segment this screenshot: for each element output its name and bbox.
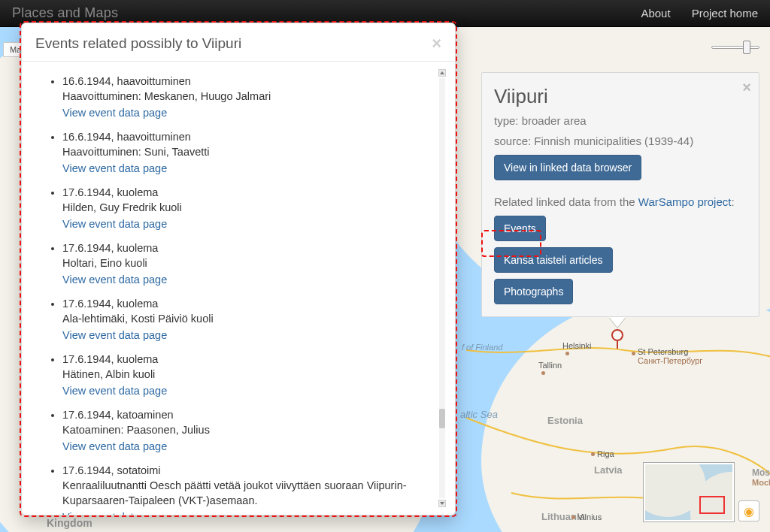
overview-minimap[interactable] (644, 463, 734, 521)
view-event-data-link[interactable]: View event data page (62, 216, 167, 231)
view-event-data-link[interactable]: View event data page (62, 272, 167, 287)
event-heading: 16.6.1944, haavoittuminen (62, 129, 429, 144)
event-item: 17.6.1944, sotatoimiKenraaliluutnantti O… (62, 463, 429, 515)
event-item: 17.6.1944, kuolemaHätinen, Albin kuoliVi… (62, 352, 429, 398)
photographs-button[interactable]: Photographs (494, 279, 573, 304)
modal-scrollbar[interactable] (438, 69, 446, 507)
streetview-pegman-button[interactable]: ◉ (738, 500, 759, 521)
close-icon[interactable]: × (742, 79, 751, 96)
view-event-data-link[interactable]: View event data page (62, 105, 167, 120)
event-heading: 17.6.1944, kuolema (62, 185, 429, 200)
event-heading: 16.6.1944, haavoittuminen (62, 74, 429, 89)
event-description: Hätinen, Albin kuoli (62, 367, 429, 382)
scroll-down-icon[interactable] (438, 500, 446, 507)
minimap-viewport-icon (699, 496, 725, 514)
place-title: Viipuri (494, 85, 747, 108)
modal-body: 16.6.1944, haavoittuminenHaavoittuminen:… (22, 62, 455, 515)
event-item: 17.6.1944, kuolemaAla-lehtimäki, Kosti P… (62, 296, 429, 343)
app-title: Places and Maps (12, 5, 118, 21)
event-item: 16.6.1944, haavoittuminenHaavoittuminen:… (62, 74, 429, 120)
map-marker-viipuri[interactable] (609, 329, 626, 353)
modal-title: Events related possibly to Viipuri (35, 35, 241, 52)
view-event-data-link[interactable]: View event data page (62, 439, 167, 454)
event-description: Holtari, Eino kuoli (62, 255, 429, 271)
event-description: Ala-lehtimäki, Kosti Päiviö kuoli (62, 311, 429, 326)
view-event-data-link[interactable]: View event data page (62, 383, 167, 398)
view-linked-data-button[interactable]: View in linked data browser (494, 155, 641, 180)
view-event-data-link[interactable]: View event data page (62, 328, 167, 343)
event-heading: 17.6.1944, kuolema (62, 352, 429, 367)
pegman-icon: ◉ (744, 504, 754, 518)
modal-header: Events related possibly to Viipuri × (22, 23, 455, 62)
events-modal: Events related possibly to Viipuri × 16.… (21, 23, 456, 515)
marker-icon (611, 329, 623, 341)
label-kingdom: Kingdom (47, 517, 92, 529)
view-event-data-link[interactable]: View event data page (62, 161, 167, 176)
event-description: Hilden, Guy Fredrik kuoli (62, 200, 429, 215)
warsampo-project-link[interactable]: WarSampo project (638, 195, 732, 208)
label-gulf-of-finland: f of Finland (462, 343, 502, 352)
place-info-card: × Viipuri type: broader area source: Fin… (481, 72, 759, 317)
event-item: 17.6.1944, kuolemaHoltari, Eino kuoliVie… (62, 240, 429, 287)
kansa-taisteli-button[interactable]: Kansa taisteli articles (494, 247, 613, 273)
event-description: Haavoittuminen: Suni, Taavetti (62, 144, 429, 159)
event-heading: 17.6.1944, katoaminen (62, 407, 429, 422)
zoom-slider[interactable] (711, 39, 759, 56)
place-type: type: broader area (494, 114, 747, 127)
events-button[interactable]: Events (494, 216, 546, 241)
view-event-data-link[interactable]: View event data page (62, 509, 167, 515)
event-description: Kenraaliluutnantti Oesch päätti vetää jo… (62, 478, 429, 508)
nav-project-home[interactable]: Project home (692, 7, 758, 20)
nav-about[interactable]: About (641, 7, 670, 20)
event-item: 16.6.1944, haavoittuminenHaavoittuminen:… (62, 129, 429, 176)
scroll-thumb[interactable] (439, 409, 445, 428)
scroll-up-icon[interactable] (438, 69, 446, 77)
events-list: 16.6.1944, haavoittuminenHaavoittuminen:… (43, 74, 429, 515)
related-linked-data-text: Related linked data from the WarSampo pr… (494, 195, 747, 208)
event-heading: 17.6.1944, kuolema (62, 240, 429, 255)
event-heading: 17.6.1944, sotatoimi (62, 463, 429, 478)
event-description: Katoaminen: Paasonen, Julius (62, 422, 429, 437)
place-source: source: Finnish municipalities (1939-44) (494, 135, 747, 147)
event-heading: 17.6.1944, kuolema (62, 296, 429, 311)
event-item: 17.6.1944, katoaminenKatoaminen: Paasone… (62, 407, 429, 454)
close-icon[interactable]: × (432, 34, 441, 53)
event-description: Haavoittuminen: Meskanen, Huugo Jalmari (62, 89, 429, 104)
event-item: 17.6.1944, kuolemaHilden, Guy Fredrik ku… (62, 185, 429, 231)
